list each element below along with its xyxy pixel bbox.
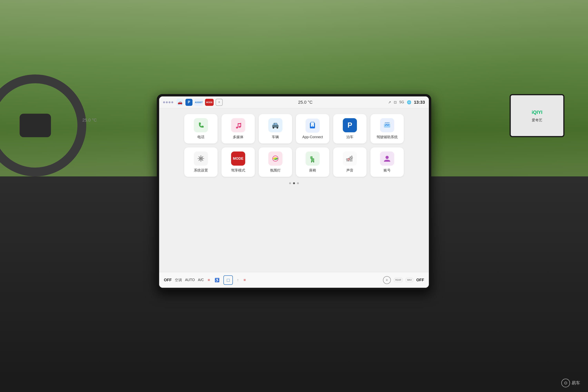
app-account[interactable]: 账号: [370, 148, 404, 177]
app-drivemode[interactable]: MODE 驾享模式: [222, 148, 255, 177]
page-dot-1[interactable]: [289, 182, 291, 184]
apps-area: 电话 多媒体: [159, 108, 429, 272]
car-label: 车辆: [272, 135, 279, 139]
svg-rect-8: [273, 124, 274, 125]
app-phone[interactable]: 电话: [184, 114, 218, 144]
climate-auto[interactable]: AUTO: [185, 278, 195, 282]
svg-point-35: [346, 158, 348, 160]
sound-icon: [343, 152, 357, 166]
svg-line-22: [199, 156, 199, 157]
status-icon-group: 🚗 P ASSIST MODE +: [176, 99, 223, 106]
status-time: 13:33: [414, 100, 425, 105]
sound-label: 声音: [346, 168, 354, 173]
apps-row-1: 电话 多媒体: [167, 114, 421, 144]
climate-person-icon: ♿: [214, 277, 220, 283]
svg-rect-12: [311, 123, 314, 126]
climate-heat-icon[interactable]: ↑: [236, 277, 240, 283]
dash-temp-display: 25.0 °C: [82, 118, 97, 123]
app-sound[interactable]: 声音: [333, 148, 366, 177]
main-screen: 🚗 P ASSIST MODE +: [159, 96, 429, 288]
add-status-icon[interactable]: +: [216, 99, 223, 106]
page-dot-3[interactable]: [297, 182, 299, 184]
app-parking[interactable]: P 泊车: [333, 114, 366, 144]
climate-fan-icon[interactable]: ≡: [207, 277, 211, 283]
watermark-symbol: ⊙: [564, 380, 568, 386]
climate-fan-speed-icon[interactable]: ≡: [243, 277, 246, 283]
svg-point-39: [386, 156, 389, 159]
svg-point-17: [200, 158, 202, 159]
nav-icon: ↗: [388, 100, 391, 104]
svg-point-0: [236, 126, 238, 128]
svg-rect-9: [274, 123, 277, 125]
small-screen-container: iQIYI 爱奇艺: [510, 94, 564, 137]
app-settings[interactable]: 系统设置: [184, 148, 218, 177]
status-bar: 🚗 P ASSIST MODE +: [159, 96, 429, 108]
assist-label: 驾驶辅助系统: [376, 135, 398, 139]
main-screen-container: 🚗 P ASSIST MODE +: [157, 94, 431, 290]
climate-rear-button[interactable]: REAR: [394, 278, 403, 282]
watermark-text: 易车: [572, 380, 580, 386]
climate-air-label: 空调: [175, 278, 182, 282]
svg-text:ASSIST: ASSIST: [385, 122, 390, 124]
signal-icon: 5G: [400, 100, 404, 104]
drivemode-label: 驾享模式: [231, 168, 245, 173]
climate-bar: OFF 空调 AUTO A/C ≡ ♿ □ ↑ ≡ + REAR MAX OFF: [159, 272, 429, 288]
iqiyi-text: 爱奇艺: [532, 118, 542, 122]
pagination: [167, 181, 421, 186]
car-status-icon[interactable]: 🚗: [176, 99, 184, 106]
globe-icon: 🌐: [407, 100, 411, 104]
seat-label: 座椅: [309, 168, 316, 173]
media-icon: [231, 118, 245, 132]
parking-status-icon[interactable]: P: [186, 99, 192, 106]
parking-icon: P: [343, 118, 357, 132]
svg-rect-30: [313, 161, 314, 162]
phone-icon: [194, 118, 208, 132]
climate-defrost-icon[interactable]: □: [224, 276, 233, 285]
status-right-group: ↗ ⊡ 5G 🌐 13:33: [388, 100, 425, 105]
ambient-icon: [268, 152, 282, 166]
app-seat[interactable]: 座椅: [296, 148, 329, 177]
seat-icon: [306, 152, 320, 166]
svg-rect-29: [311, 161, 312, 162]
small-screen: iQIYI 爱奇艺: [510, 94, 564, 137]
account-label: 账号: [384, 168, 391, 173]
app-car[interactable]: 车辆: [259, 114, 292, 144]
svg-point-7: [276, 127, 278, 128]
svg-point-13: [312, 126, 313, 126]
dot-3: [168, 101, 170, 103]
svg-line-23: [202, 160, 203, 161]
screen-bezel: 🚗 P ASSIST MODE +: [157, 94, 431, 290]
car-icon: [268, 118, 282, 132]
svg-point-1: [239, 126, 241, 128]
settings-label: 系统设置: [194, 168, 208, 173]
svg-line-24: [202, 156, 203, 157]
appconnect-icon: [306, 118, 320, 133]
svg-point-37: [350, 158, 351, 159]
svg-rect-4: [238, 123, 241, 124]
status-dots: [163, 101, 173, 103]
svg-point-6: [273, 127, 274, 128]
app-ambient[interactable]: 氛围灯: [259, 148, 292, 177]
climate-right-off: OFF: [416, 278, 424, 282]
climate-add-button[interactable]: +: [383, 276, 391, 284]
dot-4: [171, 101, 173, 103]
svg-rect-14: [384, 124, 390, 128]
media-label: 多媒体: [233, 135, 244, 139]
apps-row-2: 系统设置 MODE 驾享模式: [167, 148, 421, 177]
svg-rect-28: [310, 156, 312, 159]
iqiyi-logo: iQIYI: [530, 109, 544, 116]
settings-icon: [194, 152, 208, 166]
status-temperature: 25.0 °C: [226, 100, 385, 105]
page-dot-2[interactable]: [293, 182, 295, 184]
assist-icon: ASSIST: [380, 118, 394, 132]
assist-status-icon[interactable]: ASSIST: [194, 99, 203, 106]
climate-max-button[interactable]: MAX: [406, 278, 413, 282]
app-media[interactable]: 多媒体: [222, 114, 255, 144]
climate-ac[interactable]: A/C: [198, 278, 204, 282]
app-assist[interactable]: ASSIST 驾驶辅助系统: [370, 114, 404, 144]
watermark-circle: ⊙: [561, 379, 570, 387]
drivemode-icon: MODE: [231, 152, 245, 166]
mode-status-icon[interactable]: MODE: [205, 99, 214, 106]
app-appconnect[interactable]: App-Connect: [296, 114, 329, 144]
account-icon: [380, 152, 394, 166]
